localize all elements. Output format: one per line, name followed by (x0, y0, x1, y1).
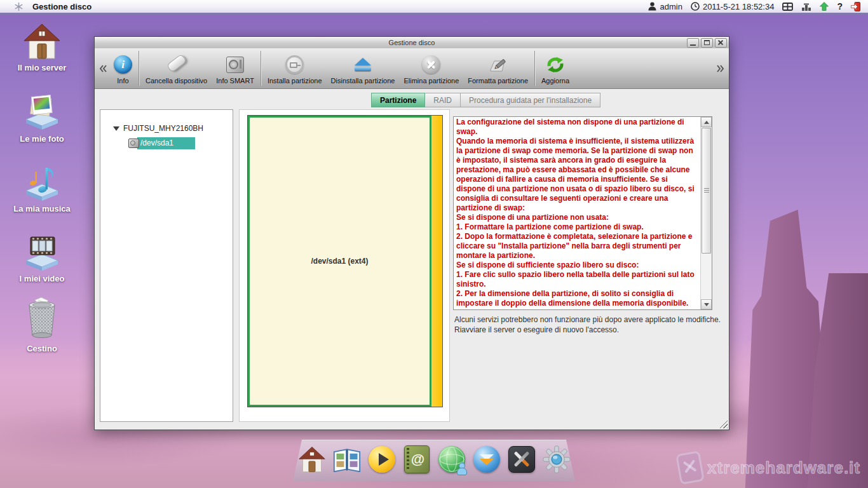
device-tree-panel: FUJITSU_MHY2160BH /dev/sda1 (100, 109, 233, 422)
watermark-x-logo-icon (675, 451, 705, 485)
services-warning-text: Alcuni servizi potrebbero non funzionare… (454, 315, 724, 335)
window-titlebar[interactable]: Gestione disco (95, 37, 729, 49)
tree-expander-icon[interactable] (113, 126, 119, 131)
window-resize-grip[interactable] (719, 420, 728, 428)
system-clock[interactable]: 2011-5-21 18:52:34 (691, 2, 775, 11)
watermark-text: xtremehardware.it (707, 458, 860, 478)
refresh-icon (546, 55, 565, 74)
info-line: 1. Fare clic sullo spazio libero nella t… (456, 270, 698, 289)
info-line: 2. Per la dimensione della partizione, d… (456, 289, 698, 308)
tab-bar: Partizione RAID Procedura guidata per l'… (371, 93, 600, 107)
tree-device-node[interactable]: FUJITSU_MHY2160BH (113, 124, 203, 133)
desktop-icon-label: Cestino (27, 344, 57, 353)
erase-device-button[interactable]: Cancella dispositivo (141, 48, 212, 88)
address-book-icon: @ (404, 445, 430, 473)
vertical-scrollbar[interactable] (700, 117, 712, 309)
download-icon (473, 446, 500, 473)
minimize-button[interactable] (687, 38, 699, 48)
chevron-left-icon[interactable] (99, 64, 107, 73)
tab-raid[interactable]: RAID (425, 93, 461, 107)
user-badge-icon (456, 463, 466, 474)
dock-photo-album-button[interactable] (332, 445, 362, 474)
toolbar-label: Elimina partizione (403, 77, 459, 85)
page-title: Gestione disco (32, 2, 92, 11)
system-logo-icon[interactable] (14, 2, 24, 11)
photo-album-icon (333, 447, 361, 472)
dock-media-player-button[interactable] (367, 445, 397, 474)
toolbar-label: Aggiorna (541, 77, 569, 85)
maximize-button[interactable] (701, 38, 713, 48)
dock-home-button[interactable] (297, 445, 327, 474)
chevron-right-icon[interactable] (716, 64, 724, 73)
partition-name-selected: /dev/sda1 (137, 137, 195, 149)
scrollbar-thumb[interactable] (702, 128, 711, 254)
username: admin (660, 2, 682, 11)
window-title: Gestione disco (389, 39, 435, 46)
swap-info-box: La configurazione del sistema non dispon… (453, 116, 712, 310)
info-line: Quando la memoria di sistema è insuffici… (456, 137, 698, 213)
refresh-button[interactable]: Aggiorna (537, 48, 574, 88)
dock-settings-button[interactable] (542, 445, 571, 474)
partition-segment-label: /dev/sda1 (ext4) (311, 257, 368, 266)
mount-partition-button[interactable]: Installa partizione (263, 48, 327, 88)
partition-bar[interactable]: /dev/sda1 (ext4) (247, 115, 443, 407)
info-line: 1. Formattare la partizione come partizi… (456, 222, 698, 232)
app-grid-icon[interactable] (782, 3, 793, 11)
partition-segment-sda1[interactable]: /dev/sda1 (ext4) (248, 116, 431, 407)
gear-icon (543, 445, 571, 473)
tab-installation-wizard[interactable]: Procedura guidata per l'installazione (461, 93, 600, 107)
workgroup-icon[interactable] (801, 3, 811, 11)
tree-partition-node[interactable]: /dev/sda1 (128, 137, 195, 149)
home-icon (299, 446, 325, 473)
desktop-icon-my-photos[interactable]: Le mie foto (9, 93, 75, 144)
datetime: 2011-5-21 18:52:34 (703, 2, 775, 11)
smart-info-button[interactable]: Info SMART (212, 48, 259, 88)
format-partition-button[interactable]: Formatta partizione (463, 48, 532, 88)
dock-address-book-button[interactable]: @ (402, 445, 431, 474)
desktop-icon-my-videos[interactable]: I miei video (9, 233, 75, 283)
logout-icon[interactable] (851, 2, 860, 11)
unmount-partition-button[interactable]: Disinstalla partizione (327, 48, 400, 88)
desktop-icon-label: La mia musica (13, 204, 71, 214)
disk-management-window: Gestione disco i Info Cancella dispositi… (94, 36, 729, 430)
toolbar-label: Info SMART (216, 77, 254, 85)
plug-icon (285, 55, 304, 74)
delete-x-icon (422, 55, 440, 74)
photos-icon (24, 93, 60, 131)
dock-utilities-button[interactable] (507, 445, 536, 474)
toolbar-label: Installa partizione (268, 77, 322, 85)
house-icon (24, 23, 60, 60)
info-button[interactable]: i Info (109, 48, 137, 88)
toolbar-separator (139, 51, 139, 86)
help-button[interactable]: ? (837, 1, 843, 11)
dock-downloads-button[interactable] (472, 445, 501, 474)
toolbar-label: Cancella dispositivo (146, 77, 207, 85)
music-icon (24, 163, 60, 201)
info-line: 2. Dopo la formattazione è completata, s… (456, 232, 698, 261)
desktop-icon-label: Il mio server (18, 63, 67, 72)
user-icon (648, 2, 656, 11)
desktop-icon-trash[interactable]: Cestino (9, 296, 75, 353)
user-menu[interactable]: admin (648, 2, 682, 11)
tools-icon (508, 446, 535, 473)
upgrade-icon[interactable] (820, 2, 829, 11)
delete-partition-button[interactable]: Elimina partizione (399, 48, 463, 88)
toolbar-label: Disinstalla partizione (331, 77, 395, 85)
partition-disk-icon (128, 139, 139, 148)
partition-segment-free[interactable] (431, 116, 442, 407)
scroll-up-button[interactable] (701, 117, 712, 127)
desktop-icon-label: I miei video (20, 274, 65, 283)
scroll-down-button[interactable] (701, 299, 712, 309)
desktop-icon-my-server[interactable]: Il mio server (9, 23, 75, 72)
info-icon: i (114, 55, 132, 74)
eraser-icon (166, 53, 187, 72)
close-button[interactable] (715, 38, 727, 48)
info-line: Se si dispone di una partizione non usat… (456, 213, 698, 222)
desktop-icon-my-music[interactable]: La mia musica (9, 163, 75, 214)
dock-network-places-button[interactable] (437, 445, 466, 474)
arrow-up-icon (704, 121, 709, 124)
info-line: Se si dispone di sufficiente spazio libe… (456, 261, 698, 270)
tab-partizione[interactable]: Partizione (371, 93, 425, 107)
network-globe-icon (438, 446, 465, 473)
clock-icon (691, 2, 700, 11)
